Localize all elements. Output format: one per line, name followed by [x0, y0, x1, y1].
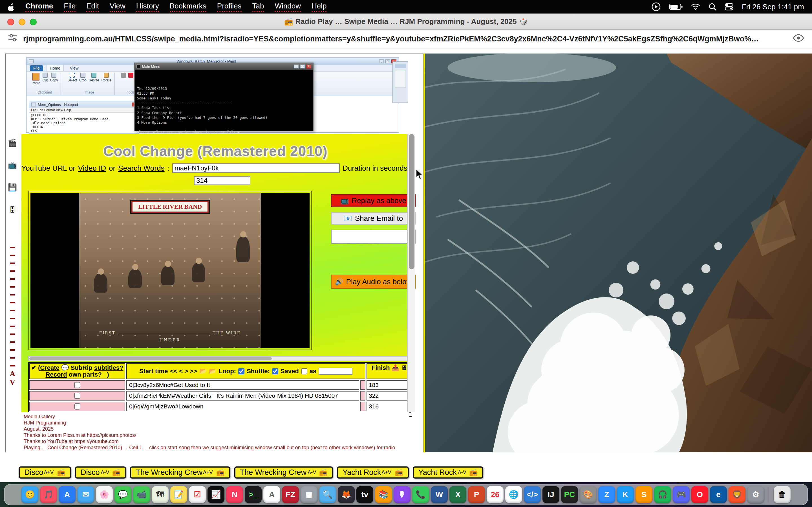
dock-icon-books[interactable]: 📚: [375, 486, 392, 503]
dock-icon-opera[interactable]: O: [691, 486, 708, 503]
horizontal-scrollbar[interactable]: [28, 356, 412, 361]
menu-item[interactable]: Help: [312, 2, 326, 12]
saved-as-input[interactable]: [319, 368, 352, 375]
dock-icon-spotify[interactable]: 🎧: [654, 486, 671, 503]
song-checkbox[interactable]: [74, 382, 80, 388]
menu-item[interactable]: Bookmarks: [170, 2, 206, 12]
saved-checkbox[interactable]: [301, 368, 307, 374]
search-words-link[interactable]: Search Words: [118, 164, 164, 173]
dock-icon-edge[interactable]: e: [710, 486, 727, 503]
song-title-cell[interactable]: 0|6qWgmMjzBwo#Lowdown: [126, 402, 359, 411]
dock-icon-trash[interactable]: 🗑: [774, 486, 791, 503]
dock-icon-photos[interactable]: 🌸: [96, 486, 113, 503]
crop-button[interactable]: Crop: [79, 73, 87, 82]
spotlight-icon[interactable]: [709, 3, 716, 11]
video-id-input[interactable]: [172, 163, 340, 173]
dock-icon-intellij[interactable]: IJ: [543, 486, 559, 503]
sidebar-media-icon[interactable]: 📺: [8, 161, 17, 170]
subtitles-link[interactable]: subtitles?: [94, 364, 123, 371]
menu-item[interactable]: View: [110, 2, 125, 12]
now-playing-icon[interactable]: [652, 2, 661, 11]
dock-icon-reminders[interactable]: ☑: [189, 486, 206, 503]
dock-icon-music[interactable]: 🎵: [40, 486, 57, 503]
playlist-button[interactable]: DiscoA-V 📻: [75, 466, 126, 478]
dock-icon-facetime[interactable]: 📹: [133, 486, 150, 503]
console-maximize-icon[interactable]: □: [300, 64, 305, 68]
dock-icon-chrome[interactable]: 🌐: [505, 486, 522, 503]
paint-maximize-icon[interactable]: □: [385, 59, 390, 63]
dock-icon-zoom[interactable]: Z: [598, 486, 615, 503]
paint-file-menu[interactable]: File: [30, 65, 43, 71]
preview-eye-icon[interactable]: [793, 34, 804, 44]
notepad-menu-bar[interactable]: File Edit Format View Help: [29, 108, 139, 113]
record-link[interactable]: Record: [46, 371, 67, 378]
dock-icon-mail[interactable]: ✉: [77, 486, 94, 503]
share-email-button[interactable]: 📧 Share Email to: [331, 212, 416, 224]
dock-icon-powerpoint[interactable]: P: [468, 486, 485, 503]
dock-icon-finder[interactable]: 🙂: [21, 486, 38, 503]
table-row[interactable]: 0|xfmZRiePkEM#Weather Girls - It's Raini…: [29, 391, 411, 400]
dock-icon-pycharm[interactable]: PC: [561, 486, 578, 503]
playlist-button[interactable]: Yacht RockA-V 📻: [413, 466, 483, 478]
select-button[interactable]: Select: [67, 73, 77, 82]
close-button[interactable]: [7, 18, 14, 25]
duration-input[interactable]: [194, 176, 250, 185]
menu-item[interactable]: Profiles: [217, 2, 242, 12]
address-url[interactable]: rjmprogramming.com.au/HTMLCSS/swipe_medi…: [23, 35, 787, 43]
dock-icon-discord[interactable]: 🎮: [673, 486, 690, 503]
fullscreen-button[interactable]: [30, 18, 37, 25]
console-minimize-icon[interactable]: _: [294, 64, 299, 68]
dock-icon-firefox[interactable]: 🦊: [338, 486, 355, 503]
dock-icon-excel[interactable]: X: [449, 486, 466, 503]
finish-icons[interactable]: 📤 🖥: [392, 364, 407, 371]
dock-icon-settings[interactable]: ⚙: [747, 486, 764, 503]
dock-icon-appletv[interactable]: tv: [356, 486, 373, 503]
share-email-input[interactable]: [331, 230, 416, 244]
paste-button[interactable]: Paste: [32, 73, 40, 85]
menu-item[interactable]: Tab: [252, 2, 264, 12]
battery-icon[interactable]: [669, 3, 682, 10]
apple-menu-icon[interactable]: [8, 3, 15, 11]
menu-clock[interactable]: Fri 26 Sep 1:41 pm: [742, 3, 804, 11]
menu-item[interactable]: Window: [274, 2, 301, 12]
song-checkbox[interactable]: [74, 393, 80, 399]
playlist-button[interactable]: Yacht RockA+V 📻: [337, 466, 409, 478]
minimize-button[interactable]: [18, 18, 26, 25]
dock-icon-messages[interactable]: 💬: [114, 486, 132, 503]
dock-icon-preview[interactable]: 🔍: [319, 486, 336, 503]
control-center-icon[interactable]: [725, 3, 733, 10]
dock-icon-sublime[interactable]: S: [636, 486, 652, 503]
console-close-icon[interactable]: X: [306, 64, 311, 68]
dock-icon-terminal[interactable]: >_: [245, 486, 262, 503]
play-audio-button[interactable]: 🔊 Play Audio as below: [331, 275, 416, 289]
song-title-cell[interactable]: 0|xfmZRiePkEM#Weather Girls - It's Raini…: [126, 391, 359, 400]
dock-icon-keynote[interactable]: K: [617, 486, 634, 503]
dock-icon-maps[interactable]: 🗺: [152, 486, 168, 503]
pencil-tool-icon[interactable]: [121, 73, 126, 82]
vertical-scrollbar-thumb[interactable]: [409, 134, 414, 269]
sidebar-media-icon[interactable]: 🎬: [8, 138, 17, 147]
site-settings-icon[interactable]: [8, 33, 17, 45]
dock-icon-launchpad[interactable]: ▦: [301, 486, 317, 503]
paint-tab-home[interactable]: Home: [47, 65, 64, 71]
seek-arrows[interactable]: << < > >>: [170, 368, 197, 375]
playlist-button[interactable]: The Wrecking CrewA-V 📻: [234, 466, 333, 478]
song-checkbox[interactable]: [74, 403, 80, 409]
copy-button[interactable]: Copy: [50, 73, 58, 82]
dock-icon-textedit[interactable]: A: [263, 486, 280, 503]
shuffle-checkbox[interactable]: [272, 368, 278, 374]
text-tool-icon[interactable]: [128, 73, 133, 82]
dock-icon-brave[interactable]: 🦁: [728, 486, 746, 503]
dock-icon-notes[interactable]: 📝: [170, 486, 187, 503]
paint-minimize-icon[interactable]: _: [379, 59, 384, 63]
sidebar-media-icon[interactable]: 💾: [8, 183, 17, 192]
replay-button[interactable]: 📺 Replay as above: [331, 194, 416, 207]
menu-item[interactable]: Chrome: [26, 2, 53, 12]
dock-icon-app-store[interactable]: A: [59, 486, 75, 503]
create-subtitles-link[interactable]: Create: [40, 364, 59, 371]
dock-icon-filezilla[interactable]: FZ: [282, 486, 299, 503]
resize-button[interactable]: Resize: [89, 73, 99, 82]
album-art[interactable]: LITTLE RIVER BAND FIRST THE WIRE: [31, 193, 310, 348]
dock-icon-gimp[interactable]: 🎨: [580, 486, 597, 503]
sidebar-media-icon[interactable]: 🎛: [9, 205, 16, 214]
